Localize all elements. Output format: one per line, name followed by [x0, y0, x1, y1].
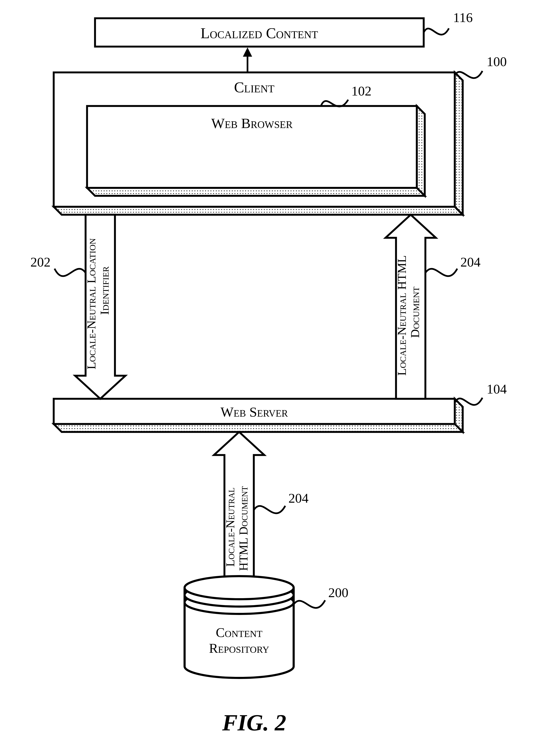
ref-116: 116 [424, 10, 473, 35]
svg-text:202: 202 [30, 255, 51, 269]
ref-204-lower: 204 [254, 491, 308, 513]
arrow-client-to-localized [243, 47, 252, 72]
svg-marker-16 [54, 424, 463, 432]
arrow-left-label-line2: Identifier [98, 266, 111, 315]
svg-text:102: 102 [351, 84, 371, 98]
svg-marker-11 [417, 106, 425, 196]
arrow-right-label-line1: Locale-Neutral HTML [395, 255, 409, 376]
svg-point-27 [185, 576, 294, 599]
svg-marker-7 [455, 72, 463, 215]
arrow-repo-to-server: Locale-Neutral HTML Document [214, 432, 264, 579]
ref-200: 200 [294, 585, 348, 608]
figure-page: Localized Content 116 Client 100 Web Bro… [0, 0, 542, 756]
web-server-box: Web Server [54, 399, 463, 432]
content-repository: Content Repository [185, 576, 294, 678]
figure-caption: FIG. 2 [222, 710, 286, 735]
repo-label-l1: Content [216, 625, 263, 640]
svg-marker-8 [54, 207, 463, 215]
arrow-bottom-label-line1: Locale-Neutral [224, 488, 237, 567]
ref-104: 104 [455, 382, 507, 405]
localized-content-box: Localized Content [95, 18, 424, 47]
svg-text:200: 200 [328, 585, 348, 600]
ref-100: 100 [455, 54, 507, 78]
arrow-left-label-line1: Locale-Neutral Location [85, 238, 98, 369]
repo-label-l2: Repository [209, 641, 269, 656]
svg-text:100: 100 [487, 54, 507, 69]
arrow-server-to-client: Locale-Neutral HTML Document [385, 215, 436, 399]
figure-svg: Localized Content 116 Client 100 Web Bro… [0, 0, 542, 756]
client-label: Client [234, 79, 274, 96]
web-browser-box: Web Browser [87, 106, 425, 196]
arrow-right-label-line2: Document [408, 286, 422, 338]
svg-marker-12 [87, 188, 425, 196]
web-server-label: Web Server [221, 404, 288, 420]
svg-text:204: 204 [460, 255, 481, 269]
localized-content-label: Localized Content [201, 25, 318, 42]
ref-202: 202 [30, 255, 86, 276]
ref-204-upper: 204 [425, 255, 481, 276]
arrow-client-to-server: Locale-Neutral Location Identifier [75, 215, 126, 399]
svg-text:116: 116 [453, 10, 473, 25]
svg-text:204: 204 [288, 491, 308, 506]
arrow-bottom-label-line2: HTML Document [237, 486, 250, 571]
svg-marker-6 [243, 47, 252, 57]
svg-text:104: 104 [487, 382, 507, 396]
web-browser-label: Web Browser [211, 115, 292, 131]
